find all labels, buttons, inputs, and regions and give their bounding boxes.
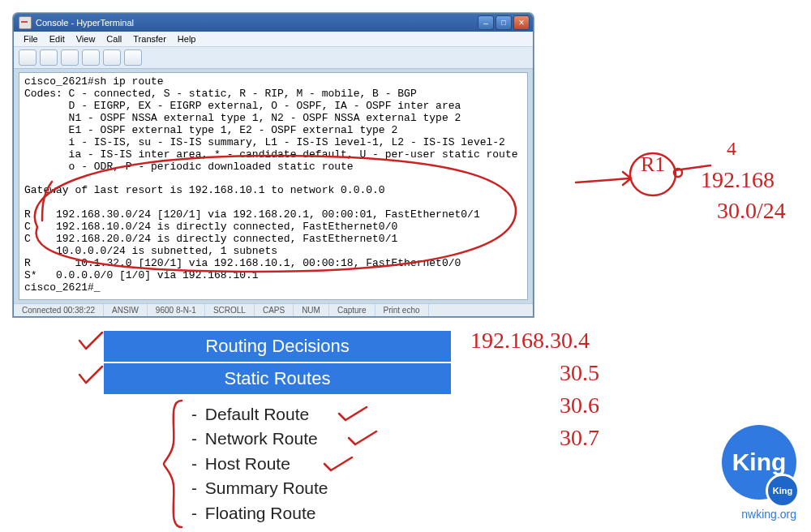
annotation-curly-brace xyxy=(159,397,191,531)
bullet-network-route: Network Route xyxy=(191,427,328,451)
status-capture: Capture xyxy=(329,304,375,316)
window-title: Console - HyperTerminal xyxy=(36,18,134,28)
hyperterminal-window: Console - HyperTerminal File Edit View C… xyxy=(13,13,534,317)
menu-file[interactable]: File xyxy=(19,33,43,45)
bullet-host-route: Host Route xyxy=(191,452,328,476)
heading-static-routes: Static Routes xyxy=(104,363,451,394)
status-connected: Connected 00:38:22 xyxy=(14,304,104,316)
svg-point-3 xyxy=(674,169,682,177)
status-caps: CAPS xyxy=(255,304,294,316)
king-mini-badge: King xyxy=(766,474,800,508)
annotation-ip-3: 30.7 xyxy=(560,425,599,451)
menu-view[interactable]: View xyxy=(71,33,101,45)
svg-point-0 xyxy=(630,153,676,195)
close-button[interactable] xyxy=(513,15,530,30)
annotation-ip-0: 192.168.30.4 xyxy=(470,328,590,354)
king-mini-text: King xyxy=(773,486,792,496)
svg-line-2 xyxy=(675,165,710,170)
menu-edit[interactable]: Edit xyxy=(45,33,70,45)
app-icon xyxy=(19,16,32,29)
toolbar-button[interactable] xyxy=(124,49,142,66)
annotation-router-diagram xyxy=(560,146,722,211)
minimize-button[interactable] xyxy=(478,15,494,30)
king-url: nwking.org xyxy=(741,508,796,521)
maximize-button[interactable] xyxy=(496,15,512,30)
status-emulation: ANSIW xyxy=(104,304,148,316)
toolbar-button[interactable] xyxy=(40,49,58,66)
annotation-top-num: 4 xyxy=(727,138,736,160)
status-settings: 9600 8-N-1 xyxy=(148,304,205,316)
status-scroll: SCROLL xyxy=(205,304,255,316)
heading-routing-decisions: Routing Decisions xyxy=(104,331,451,362)
menu-help[interactable]: Help xyxy=(173,33,201,45)
annotation-top-ip2: 30.0/24 xyxy=(717,198,786,224)
toolbar-button[interactable] xyxy=(103,49,121,66)
king-logo-text: King xyxy=(732,448,787,476)
toolbar-button[interactable] xyxy=(61,49,79,66)
annotation-check-default xyxy=(336,404,371,425)
annotation-check-bar1 xyxy=(75,328,107,355)
static-routes-list: Default Route Network Route Host Route S… xyxy=(191,402,328,526)
toolbar-button[interactable] xyxy=(82,49,100,66)
bullet-floating-route: Floating Route xyxy=(191,501,328,526)
status-bar: Connected 00:38:22 ANSIW 9600 8-N-1 SCRO… xyxy=(14,303,533,316)
window-titlebar[interactable]: Console - HyperTerminal xyxy=(14,14,533,32)
annotation-r1-label: R1 xyxy=(641,152,665,177)
menu-call[interactable]: Call xyxy=(101,33,127,45)
toolbar xyxy=(14,46,533,69)
toolbar-button[interactable] xyxy=(19,49,36,66)
svg-line-1 xyxy=(576,178,629,182)
annotation-check-bar2 xyxy=(75,362,107,389)
annotation-check-network xyxy=(345,428,381,449)
status-num: NUM xyxy=(294,304,329,316)
annotation-ip-1: 30.5 xyxy=(560,360,599,386)
bullet-summary-route: Summary Route xyxy=(191,476,328,500)
status-printecho: Print echo xyxy=(375,304,429,316)
terminal-output[interactable]: cisco_2621#sh ip route Codes: C - connec… xyxy=(19,72,528,300)
bullet-default-route: Default Route xyxy=(191,402,328,427)
annotation-ip-2: 30.6 xyxy=(560,393,599,418)
menu-bar: File Edit View Call Transfer Help xyxy=(14,32,533,46)
menu-transfer[interactable]: Transfer xyxy=(128,33,171,45)
annotation-top-ip1: 192.168 xyxy=(701,167,775,193)
